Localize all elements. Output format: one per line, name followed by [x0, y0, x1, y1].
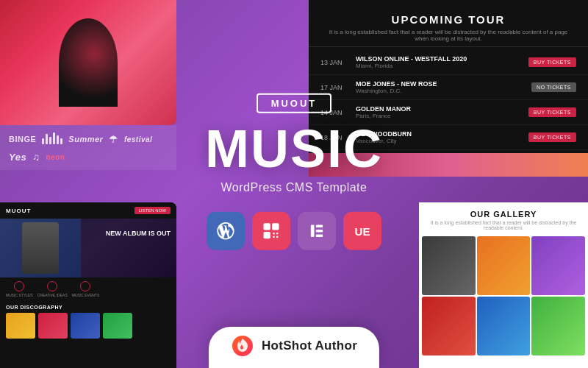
- tour-date: 17 JAN: [320, 84, 350, 91]
- quform-icon-wrap[interactable]: [252, 212, 290, 250]
- mockup-album-3: [71, 313, 100, 339]
- wordpress-icon: [215, 221, 236, 241]
- mockup-disco-title: OUR DISCOGRAPHY: [6, 305, 171, 310]
- svg-rect-7: [311, 225, 315, 237]
- elementor-icon-wrap[interactable]: [298, 212, 336, 250]
- tour-buy-btn[interactable]: BUY TICKETS: [528, 107, 576, 117]
- mockup-feature-icon-1: [14, 281, 24, 291]
- center-content: MUOUT MUSIC WordPress CMS Template: [184, 93, 404, 268]
- mockup-feature-2: CREATIVE IDEAS: [37, 281, 68, 297]
- svg-rect-5: [273, 236, 274, 238]
- logo-band: BINGE Summer ☂ festival Yes ♫ neon: [0, 125, 176, 170]
- mockup-feature-label-1: MUSIC STYLES: [6, 293, 33, 297]
- tour-subtitle: It is a long established fact that a rea…: [323, 29, 573, 42]
- gallery-cell-5: [477, 297, 531, 355]
- svg-rect-2: [264, 232, 270, 238]
- tour-venue: WILSON ONLINE - WESTFALL 2020: [356, 55, 528, 63]
- author-name: HotShot Author: [262, 339, 357, 353]
- plugin-icons: UE: [184, 212, 404, 250]
- uf-icon-wrap[interactable]: UE: [343, 212, 381, 250]
- svg-text:UE: UE: [355, 225, 370, 238]
- svg-rect-1: [272, 223, 279, 230]
- logo-binge: BINGE: [9, 135, 36, 144]
- mockup-discography: OUR DISCOGRAPHY: [0, 301, 176, 341]
- logo-soundcloud: ☂: [109, 134, 118, 145]
- sub-title: WordPress CMS Template: [184, 181, 404, 194]
- svg-rect-0: [264, 223, 270, 230]
- logo-waveform: [42, 132, 62, 146]
- tour-info: WILSON ONLINE - WESTFALL 2020 Miami, Flo…: [356, 55, 528, 69]
- gallery-cell-1: [422, 236, 476, 295]
- gallery-grid: [419, 233, 588, 358]
- svg-rect-9: [316, 230, 323, 233]
- gallery-title: OUR GALLERY: [428, 210, 579, 219]
- mockup-feature-icon-3: [80, 281, 90, 291]
- gallery-cell-2: [477, 236, 531, 295]
- flame-icon: [231, 334, 254, 358]
- uf-icon: UE: [352, 221, 373, 241]
- gallery-cell-6: [531, 297, 585, 355]
- author-badge[interactable]: HotShot Author: [209, 327, 379, 368]
- gallery-header: OUR GALLERY It is a long established fac…: [419, 202, 588, 233]
- tour-info: MOE JONES - NEW ROSE Washington, D.C.: [356, 80, 531, 94]
- mockup-hero-image: [0, 219, 81, 277]
- tour-buy-btn[interactable]: BUY TICKETS: [528, 57, 576, 67]
- svg-rect-4: [276, 233, 278, 234]
- logo-summer: Summer: [68, 135, 103, 144]
- topleft-image: [0, 0, 176, 125]
- mockup-artist-figure: [22, 222, 59, 274]
- mockup-hero: NEW ALBUM IS OUT: [0, 219, 176, 277]
- mockup-listen-btn[interactable]: LISTEN NOW: [135, 207, 171, 214]
- gallery-cell-4: [422, 297, 476, 355]
- tour-location: Miami, Florida: [356, 63, 528, 69]
- mockup-album-2: [38, 313, 68, 339]
- tour-buy-btn[interactable]: BUY TICKETS: [528, 132, 576, 142]
- main-title: MUSIC: [184, 122, 404, 175]
- mockup-album-1: [6, 313, 35, 339]
- mockup-album-4: [103, 313, 132, 339]
- tour-header: UPCOMING TOUR It is a long established f…: [309, 0, 588, 47]
- elementor-icon: [306, 221, 327, 241]
- gallery-cell-3: [531, 236, 585, 295]
- wordpress-icon-wrap[interactable]: [207, 212, 245, 250]
- mockup-features: MUSIC STYLES CREATIVE IDEAS MUSIC EVENTS: [0, 277, 176, 301]
- gallery-panel: OUR GALLERY It is a long established fac…: [419, 202, 588, 368]
- tour-no-ticket-btn[interactable]: NO TICKETS: [531, 82, 576, 92]
- mockup-nav: MUOUT LISTEN NOW: [0, 202, 176, 219]
- mockup-feature-3: MUSIC EVENTS: [72, 281, 100, 297]
- logo-music-note: ♫: [32, 152, 40, 163]
- mockup-feature-label-2: CREATIVE IDEAS: [37, 293, 68, 297]
- svg-rect-10: [316, 234, 323, 237]
- mockup-feature-label-3: MUSIC EVENTS: [72, 293, 100, 297]
- svg-rect-3: [273, 233, 274, 234]
- mockup-logo: MUOUT: [6, 208, 131, 214]
- logo-neon: neon: [46, 153, 65, 161]
- tour-row: 13 JAN WILSON ONLINE - WESTFALL 2020 Mia…: [309, 50, 588, 75]
- tour-title: UPCOMING TOUR: [323, 13, 573, 26]
- tour-venue: MOE JONES - NEW ROSE: [356, 80, 531, 88]
- tour-date: 13 JAN: [320, 59, 350, 66]
- website-mockup: MUOUT LISTEN NOW NEW ALBUM IS OUT MUSIC …: [0, 202, 176, 368]
- muout-badge: MUOUT: [257, 93, 332, 113]
- gallery-desc: It is a long established fact that a rea…: [428, 220, 579, 230]
- mockup-hero-title: NEW ALBUM IS OUT: [106, 230, 171, 238]
- svg-rect-6: [276, 236, 278, 238]
- mockup-hero-text: NEW ALBUM IS OUT: [106, 230, 171, 238]
- logo-yes: Yes: [9, 152, 26, 163]
- mockup-feature-icon-2: [47, 281, 57, 291]
- svg-rect-8: [316, 225, 323, 228]
- mockup-disco-row: [6, 313, 171, 339]
- quform-icon: [261, 221, 282, 241]
- mockup-feature-1: MUSIC STYLES: [6, 281, 33, 297]
- logo-festival: festival: [124, 135, 152, 144]
